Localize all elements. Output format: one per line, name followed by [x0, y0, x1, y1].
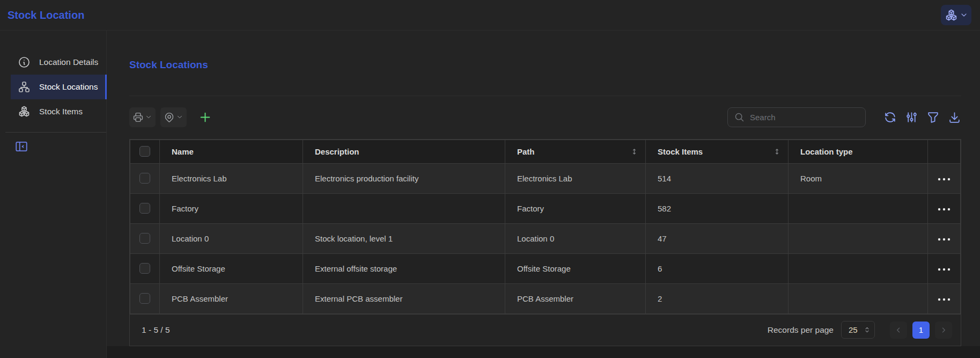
chevron-down-icon	[960, 11, 968, 19]
printer-icon	[132, 112, 144, 123]
chevron-left-icon	[894, 326, 903, 334]
collapse-sidebar-button[interactable]	[14, 140, 28, 154]
sidebar-item-location-details[interactable]: Location Details	[11, 50, 106, 75]
column-header-name: Name	[160, 140, 303, 163]
ellipsis-dots-icon	[937, 177, 951, 181]
sort-icon	[772, 147, 782, 156]
row-checkbox[interactable]	[139, 263, 150, 274]
table-row[interactable]: Offsite Storage External offsite storage…	[130, 253, 961, 283]
table-row[interactable]: Electronics Lab Electronics production f…	[130, 163, 961, 193]
column-header-path[interactable]: Path	[505, 140, 646, 163]
packages-icon	[18, 105, 31, 118]
table-settings-button[interactable]	[905, 111, 918, 124]
search-icon	[734, 112, 745, 123]
cell-path: Location 0	[505, 223, 646, 253]
table-row[interactable]: Location 0 Stock location, level 1 Locat…	[130, 223, 961, 253]
sidebar-item-label: Stock Locations	[39, 82, 98, 92]
cell-description: Stock location, level 1	[303, 223, 505, 253]
cell-path: Electronics Lab	[505, 163, 646, 193]
table-toolbar	[129, 107, 961, 127]
refresh-icon	[883, 111, 897, 124]
chevron-down-icon	[176, 113, 183, 121]
filter-button[interactable]	[926, 111, 940, 124]
cell-stock-items: 47	[646, 223, 789, 253]
app-nav-button[interactable]	[941, 5, 971, 25]
panel-heading: Stock Locations	[129, 58, 961, 72]
search-box	[727, 107, 866, 127]
chevron-up-down-icon	[863, 326, 871, 334]
column-header-stock-items[interactable]: Stock Items	[646, 140, 789, 163]
stock-locations-table: Name Description Path	[129, 139, 961, 346]
sidebar-item-stock-locations[interactable]: Stock Locations	[11, 75, 106, 99]
content-shell: Location Details Stock Locations	[0, 31, 980, 358]
search-input[interactable]	[750, 113, 859, 122]
top-header: Stock Location	[0, 0, 980, 31]
refresh-button[interactable]	[883, 111, 897, 124]
cell-path: Offsite Storage	[505, 253, 646, 283]
previous-page-button[interactable]	[890, 322, 907, 339]
cell-stock-items: 582	[646, 193, 789, 223]
sidebar-item-label: Location Details	[39, 57, 98, 67]
cell-stock-items: 514	[646, 163, 789, 193]
ellipsis-dots-icon	[937, 207, 951, 211]
record-range: 1 - 5 / 5	[142, 325, 170, 335]
page-1-button[interactable]: 1	[912, 322, 930, 339]
add-stock-location-button[interactable]	[198, 110, 212, 125]
cell-name: PCB Assembler	[160, 283, 303, 313]
cell-name: Offsite Storage	[160, 253, 303, 283]
table-footer: 1 - 5 / 5 Records per page 25 1	[130, 314, 961, 346]
cell-location-type: Room	[789, 163, 928, 193]
cell-name: Location 0	[160, 223, 303, 253]
table-row[interactable]: Factory Factory 582	[130, 193, 961, 223]
page-size-select[interactable]: 25	[841, 321, 875, 339]
row-checkbox[interactable]	[139, 233, 150, 244]
cell-description: External PCB assembler	[303, 283, 505, 313]
ellipsis-dots-icon	[937, 237, 951, 242]
location-actions-button[interactable]	[160, 107, 187, 127]
page-bottom-shade	[107, 346, 980, 358]
filter-icon	[926, 111, 940, 124]
row-checkbox[interactable]	[139, 203, 150, 214]
cell-location-type	[789, 193, 928, 223]
print-actions-button[interactable]	[129, 107, 156, 127]
row-checkbox[interactable]	[139, 173, 150, 184]
row-checkbox[interactable]	[139, 293, 150, 304]
table-header-row: Name Description Path	[130, 140, 961, 163]
cell-location-type	[789, 283, 928, 313]
chevron-right-icon	[939, 326, 948, 334]
table-row[interactable]: PCB Assembler External PCB assembler PCB…	[130, 283, 961, 313]
info-circle-icon	[18, 56, 31, 69]
map-pin-icon	[164, 112, 175, 123]
select-all-checkbox[interactable]	[139, 146, 150, 157]
cell-location-type	[789, 253, 928, 283]
panel-divider	[129, 96, 961, 96]
cell-path: PCB Assembler	[505, 283, 646, 313]
packages-icon	[945, 9, 958, 22]
row-actions-button[interactable]	[937, 177, 951, 181]
sitemap-icon	[18, 81, 31, 93]
cell-location-type	[789, 223, 928, 253]
cell-stock-items: 2	[646, 283, 789, 313]
ellipsis-dots-icon	[937, 297, 951, 302]
cell-description: Electronics production facility	[303, 163, 505, 193]
chevron-down-icon	[145, 113, 152, 121]
cell-stock-items: 6	[646, 253, 789, 283]
next-page-button[interactable]	[935, 322, 952, 339]
download-button[interactable]	[948, 111, 961, 124]
sidebar: Location Details Stock Locations	[0, 31, 107, 358]
cell-name: Electronics Lab	[160, 163, 303, 193]
stock-location-page: Stock Location L	[0, 0, 980, 358]
column-header-description: Description	[303, 140, 505, 163]
column-header-actions	[928, 140, 961, 163]
adjustments-icon	[905, 111, 918, 124]
row-actions-button[interactable]	[937, 207, 951, 211]
cell-description	[303, 193, 505, 223]
row-actions-button[interactable]	[937, 297, 951, 302]
row-actions-button[interactable]	[937, 237, 951, 242]
cell-name: Factory	[160, 193, 303, 223]
ellipsis-dots-icon	[937, 267, 951, 272]
column-header-location-type: Location type	[789, 140, 928, 163]
collapse-sidebar-icon	[14, 140, 28, 154]
row-actions-button[interactable]	[937, 267, 951, 272]
sidebar-item-stock-items[interactable]: Stock Items	[11, 99, 106, 124]
